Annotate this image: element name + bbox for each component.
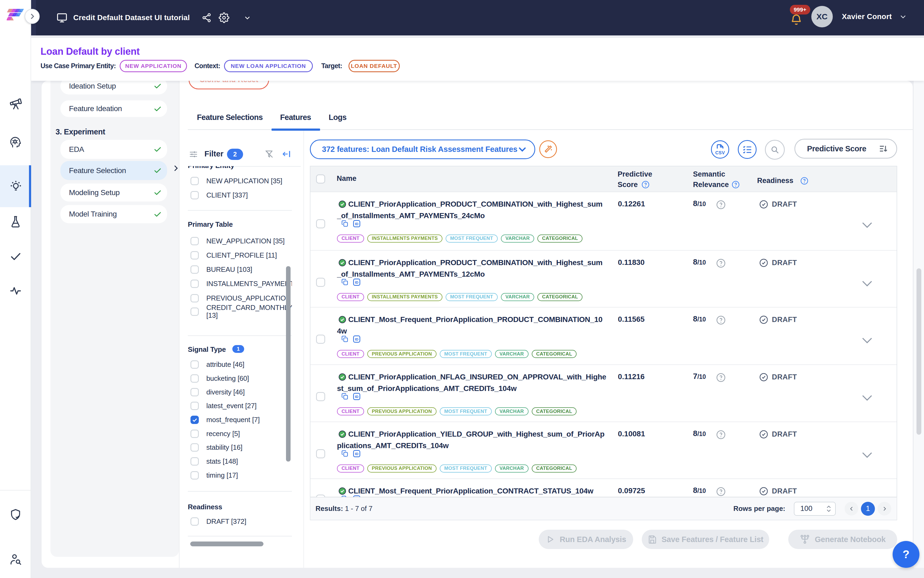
svg-text:ID: ID (355, 280, 358, 284)
svg-text:ID: ID (355, 451, 358, 456)
svg-text:ID: ID (355, 222, 358, 226)
svg-text:ID: ID (355, 395, 358, 399)
svg-text:ID: ID (355, 337, 358, 341)
